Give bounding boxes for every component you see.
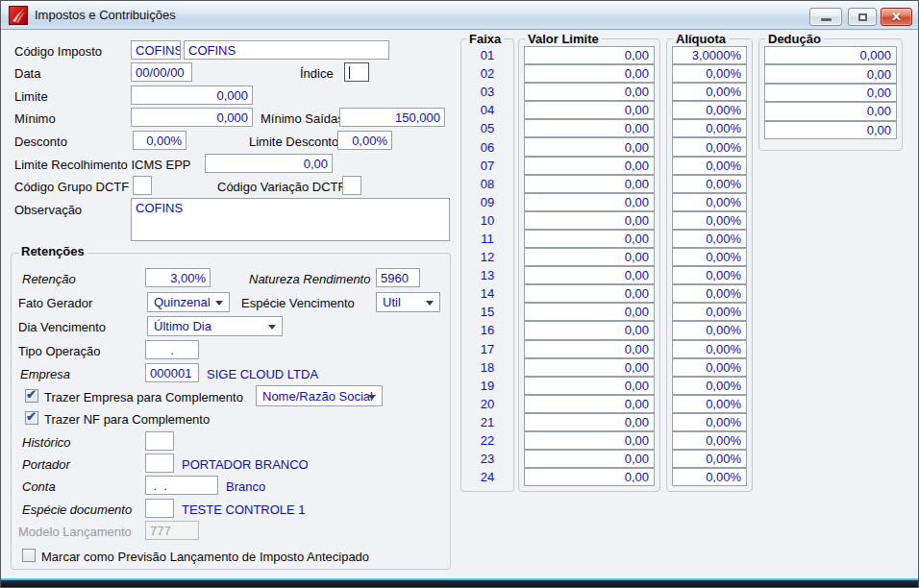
limite-recolhimento-field[interactable]: 0,00 xyxy=(205,154,333,173)
fato-gerador-select[interactable]: Quinzenal xyxy=(147,292,230,312)
aliquota-field[interactable]: 0,00% xyxy=(672,450,747,468)
modelo-lancamento-field[interactable]: 777 xyxy=(145,521,199,540)
deducao-field[interactable]: 0,00 xyxy=(764,84,897,102)
valor-limite-field[interactable]: 0,00 xyxy=(524,211,655,230)
maximize-button[interactable] xyxy=(848,8,877,26)
title-bar[interactable]: Impostos e Contribuições ✕ xyxy=(1,1,918,30)
minimo-label: Mínimo xyxy=(14,111,56,126)
valor-limite-field[interactable]: 0,00 xyxy=(524,358,655,377)
deducao-field[interactable]: 0,00 xyxy=(764,102,897,120)
modelo-lancamento-label: Modelo Lançamento xyxy=(18,525,132,539)
aliquota-field[interactable]: 0,00% xyxy=(672,83,747,101)
deducao-field[interactable]: 0,00 xyxy=(764,121,897,139)
especie-vencimento-select[interactable]: Util xyxy=(376,292,440,312)
desconto-label: Desconto xyxy=(14,135,67,149)
valor-limite-field[interactable]: 0,00 xyxy=(524,266,655,284)
aliquota-field[interactable]: 0,00% xyxy=(672,321,747,339)
retencao-field[interactable]: 3,00% xyxy=(145,268,211,287)
aliquota-field[interactable]: 0,00% xyxy=(672,137,747,156)
deducao-field[interactable]: 0,000 xyxy=(764,46,897,64)
tipo-operacao-label: Tipo Operação xyxy=(18,344,101,358)
chevron-down-icon xyxy=(268,325,276,330)
limite-desconto-field[interactable]: 0,00% xyxy=(337,131,392,150)
aliquota-field[interactable]: 0,00% xyxy=(672,431,747,450)
natureza-rendimento-field[interactable]: 5960 xyxy=(376,268,420,287)
aliquota-field[interactable]: 0,00% xyxy=(672,119,747,137)
minimo-field[interactable]: 0,000 xyxy=(131,108,253,127)
aliquota-field[interactable]: 0,00% xyxy=(672,358,747,377)
valor-limite-field[interactable]: 0,00 xyxy=(524,193,655,211)
limite-recolhimento-label: Limite Recolhimento ICMS EPP xyxy=(14,158,191,172)
aliquota-field[interactable]: 0,00% xyxy=(672,303,747,321)
deducao-field[interactable]: 0,00 xyxy=(764,64,897,83)
chevron-down-icon xyxy=(215,301,223,306)
minimo-saidas-field[interactable]: 150,000 xyxy=(339,108,445,127)
valor-limite-field[interactable]: 0,00 xyxy=(524,119,655,137)
aliquota-field[interactable]: 0,00% xyxy=(672,211,747,230)
marcar-previsao-label: Marcar como Previsão Lançamento de Impos… xyxy=(41,550,369,564)
valor-limite-field[interactable]: 0,00 xyxy=(524,395,655,413)
aliquota-field[interactable]: 0,00% xyxy=(672,266,747,284)
valor-limite-field[interactable]: 0,00 xyxy=(524,101,655,119)
valor-limite-field[interactable]: 0,00 xyxy=(524,64,655,83)
app-icon xyxy=(9,6,28,25)
fato-gerador-label: Fato Gerador xyxy=(18,296,92,310)
codigo-grupo-dctf-field[interactable] xyxy=(133,176,152,195)
valor-limite-field[interactable]: 0,00 xyxy=(524,157,655,175)
codigo-imposto-code-field[interactable]: COFINS xyxy=(131,40,181,60)
data-field[interactable]: 00/00/00 xyxy=(131,62,192,82)
valor-limite-field[interactable]: 0,00 xyxy=(524,321,655,339)
aliquota-field[interactable]: 0,00% xyxy=(672,340,747,358)
faixa-number: 01 xyxy=(460,46,514,64)
valor-limite-field[interactable]: 0,00 xyxy=(524,284,655,303)
valor-limite-field[interactable]: 0,00 xyxy=(524,377,655,395)
aliquota-field[interactable]: 0,00% xyxy=(672,64,747,83)
limite-field[interactable]: 0,000 xyxy=(131,86,253,105)
empresa-name-text: SIGE CLOUD LTDA xyxy=(207,367,318,381)
desconto-field[interactable]: 0,00% xyxy=(133,131,186,150)
marcar-previsao-checkbox[interactable] xyxy=(22,549,36,562)
indice-field[interactable] xyxy=(344,62,369,82)
aliquota-field[interactable]: 0,00% xyxy=(672,157,747,175)
close-button[interactable]: ✕ xyxy=(881,8,912,26)
aliquota-field[interactable]: 0,00% xyxy=(672,193,747,211)
dia-vencimento-select[interactable]: Último Dia xyxy=(147,316,283,336)
portador-field[interactable] xyxy=(145,453,174,473)
valor-limite-field[interactable]: 0,00 xyxy=(524,137,655,156)
conta-field[interactable]: . . xyxy=(145,476,218,495)
aliquota-field[interactable]: 3,0000% xyxy=(672,46,747,64)
observacao-textarea[interactable]: COFINS xyxy=(131,198,450,241)
aliquota-field[interactable]: 0,00% xyxy=(672,175,747,193)
historico-field[interactable] xyxy=(145,431,174,451)
valor-limite-field[interactable]: 0,00 xyxy=(524,450,655,468)
trazer-empresa-checkbox[interactable]: ✔ xyxy=(25,389,38,403)
aliquota-field[interactable]: 0,00% xyxy=(672,230,747,248)
valor-limite-field[interactable]: 0,00 xyxy=(524,230,655,248)
valor-limite-field[interactable]: 0,00 xyxy=(524,46,655,64)
valor-limite-field[interactable]: 0,00 xyxy=(524,83,655,101)
tipo-operacao-field[interactable]: . xyxy=(145,340,199,359)
valor-limite-field[interactable]: 0,00 xyxy=(524,431,655,450)
codigo-imposto-name-field[interactable]: COFINS xyxy=(184,40,389,60)
aliquota-field[interactable]: 0,00% xyxy=(672,413,747,431)
complemento-tipo-select[interactable]: Nome/Razão Social xyxy=(256,385,383,406)
especie-documento-field[interactable] xyxy=(145,499,174,518)
aliquota-field[interactable]: 0,00% xyxy=(672,248,747,266)
aliquota-field[interactable]: 0,00% xyxy=(672,468,747,486)
aliquota-field[interactable]: 0,00% xyxy=(672,284,747,303)
codigo-variacao-dctf-field[interactable] xyxy=(342,176,361,195)
valor-limite-field[interactable]: 0,00 xyxy=(524,248,655,266)
aliquota-field[interactable]: 0,00% xyxy=(672,101,747,119)
minimize-button[interactable] xyxy=(809,8,842,26)
aliquota-field[interactable]: 0,00% xyxy=(672,395,747,413)
trazer-nf-checkbox[interactable]: ✔ xyxy=(25,411,38,425)
check-icon: ✔ xyxy=(26,409,37,424)
valor-limite-field[interactable]: 0,00 xyxy=(524,303,655,321)
natureza-rendimento-label: Natureza Rendimento xyxy=(249,272,370,286)
valor-limite-field[interactable]: 0,00 xyxy=(524,340,655,358)
valor-limite-field[interactable]: 0,00 xyxy=(524,175,655,193)
empresa-code-field[interactable]: 000001 xyxy=(145,363,199,382)
valor-limite-field[interactable]: 0,00 xyxy=(524,413,655,431)
aliquota-field[interactable]: 0,00% xyxy=(672,377,747,395)
valor-limite-field[interactable]: 0,00 xyxy=(524,468,655,486)
